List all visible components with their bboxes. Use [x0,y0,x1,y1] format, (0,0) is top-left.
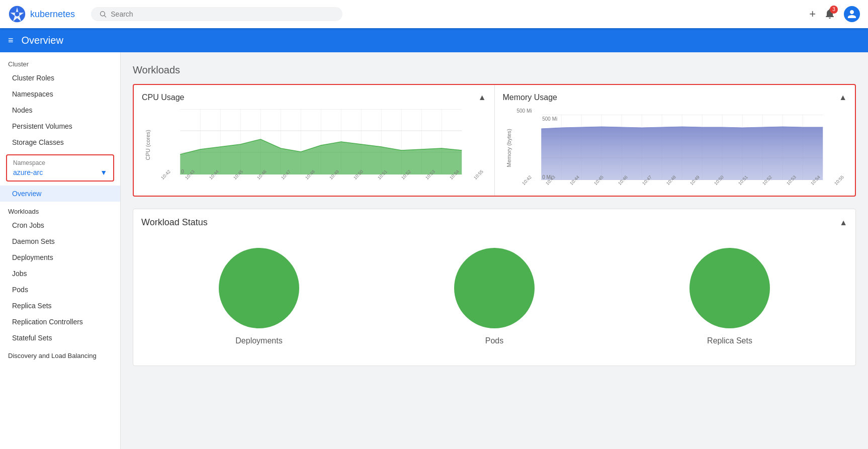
deployments-circle [219,248,299,328]
workload-status-panel: Workload Status ▲ Deployments Pods Repli… [133,209,856,366]
pods-circle [454,248,535,328]
workloads-section-label: Workloads [0,202,120,217]
memory-chart-header: Memory Usage ▲ [503,93,847,102]
chevron-down-icon: ▼ [100,168,107,176]
hamburger-icon[interactable]: ≡ [8,35,14,46]
sidebar-item-replication-controllers[interactable]: Replication Controllers [0,314,120,330]
sidebar-item-daemon-sets[interactable]: Daemon Sets [0,233,120,249]
pods-status-item: Pods [454,248,535,345]
svg-point-2 [15,12,20,17]
notifications-button[interactable]: 3 [824,8,836,21]
sidebar-item-pods[interactable]: Pods [0,282,120,298]
memory-collapse-button[interactable]: ▲ [839,93,847,102]
memory-y-label: Memory (bytes) [506,129,512,167]
sidebar: Cluster Cluster Roles Namespaces Nodes P… [0,52,121,449]
sidebar-item-storage-classes[interactable]: Storage Classes [0,134,120,150]
kubernetes-logo-icon [8,5,26,23]
cpu-chart-section: CPU Usage ▲ CPU (cores) [134,85,494,196]
svg-line-4 [105,16,106,17]
cpu-y-label: CPU (cores) [145,130,151,160]
cpu-chart-svg: 0 [156,109,486,174]
sidebar-item-namespaces[interactable]: Namespaces [0,86,120,102]
cpu-collapse-button[interactable]: ▲ [478,93,486,102]
cpu-x-labels: 10:42 10:43 10:44 10:45 10:46 10:47 10:4… [156,177,486,182]
sidebar-item-deployments[interactable]: Deployments [0,249,120,265]
memory-chart-section: Memory Usage ▲ Memory (bytes) 500 Mi [494,85,855,196]
nav-actions: + 3 [809,6,860,22]
namespace-label: Namespace [13,159,107,166]
top-nav: kubernetes + 3 [0,0,868,28]
deployments-status-item: Deployments [219,248,299,345]
section-title: Overview [22,35,63,46]
replica-sets-status-item: Replica Sets [689,248,770,345]
sidebar-item-nodes[interactable]: Nodes [0,102,120,118]
status-circles: Deployments Pods Replica Sets [141,240,847,357]
namespace-box: Namespace azure-arc ▼ [6,154,114,182]
replica-sets-label: Replica Sets [707,336,752,345]
sidebar-item-overview[interactable]: Overview [0,186,120,202]
content-area: Workloads CPU Usage ▲ CPU (cores) [121,52,868,449]
charts-panel: CPU Usage ▲ CPU (cores) [133,84,856,197]
memory-x-labels: 10:42 10:43 10:44 10:45 10:46 10:47 10:4… [517,183,847,188]
namespace-value: azure-arc [13,168,43,176]
search-icon [99,10,107,18]
sidebar-item-persistent-volumes[interactable]: Persistent Volumes [0,118,120,134]
sidebar-item-stateful-sets[interactable]: Stateful Sets [0,330,120,346]
sidebar-item-cron-jobs[interactable]: Cron Jobs [0,217,120,233]
svg-point-3 [101,12,105,16]
sidebar-item-jobs[interactable]: Jobs [0,265,120,282]
cluster-section-label: Cluster [0,52,120,70]
cpu-chart-title: CPU Usage [142,93,184,102]
memory-chart-svg: 500 Mi 0 Mi [517,115,847,180]
namespace-select[interactable]: azure-arc ▼ [13,168,107,176]
svg-text:0: 0 [181,169,184,174]
pods-label: Pods [485,336,503,345]
search-bar[interactable] [91,7,342,21]
status-panel-header: Workload Status ▲ [141,217,847,228]
user-avatar[interactable] [844,6,860,22]
page-title: Workloads [133,64,856,76]
discovery-section-label: Discovery and Load Balancing [0,346,120,362]
replica-sets-circle [689,248,770,328]
svg-text:500 Mi: 500 Mi [542,116,557,122]
logo-text: kubernetes [30,9,75,20]
section-header: ≡ Overview [0,28,868,52]
avatar-icon [847,9,857,19]
memory-chart-title: Memory Usage [503,93,557,102]
logo[interactable]: kubernetes [8,5,75,23]
search-input[interactable] [111,10,334,18]
workload-status-title: Workload Status [141,217,208,228]
main-layout: Cluster Cluster Roles Namespaces Nodes P… [0,52,868,449]
sidebar-item-cluster-roles[interactable]: Cluster Roles [0,70,120,86]
status-collapse-button[interactable]: ▲ [839,218,847,227]
add-button[interactable]: + [809,8,816,21]
cpu-chart-header: CPU Usage ▲ [142,93,486,102]
notification-badge: 3 [830,6,838,14]
sidebar-item-replica-sets[interactable]: Replica Sets [0,298,120,314]
svg-marker-41 [541,127,823,180]
deployments-label: Deployments [235,336,282,345]
memory-y-max: 500 Mi [517,108,532,114]
